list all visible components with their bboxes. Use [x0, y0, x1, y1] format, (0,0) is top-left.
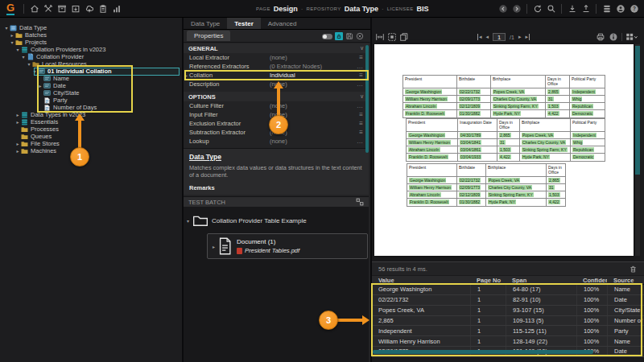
annotation-arrow-1 [78, 119, 81, 151]
info-icon[interactable] [609, 32, 618, 42]
upload-icon[interactable] [580, 3, 592, 15]
pages-icon[interactable] [399, 32, 409, 42]
fit-page-icon[interactable] [387, 32, 397, 42]
database-icon[interactable] [601, 3, 613, 15]
archive-icon[interactable] [56, 2, 68, 14]
expander-icon[interactable]: ▾ [14, 47, 21, 52]
tree-item-collation-provider[interactable]: ▾Collation Provider [0, 53, 182, 60]
expander-icon[interactable]: ▸ [213, 244, 215, 249]
clipboard-icon[interactable] [97, 2, 109, 14]
tree-item-data-type[interactable]: ▾Data Type [0, 24, 182, 31]
forward-icon[interactable] [510, 3, 522, 15]
expander-icon[interactable]: ▾ [3, 25, 10, 31]
print-icon[interactable] [596, 32, 605, 42]
test-batch-folder[interactable]: ▾ Collation Provider Table Example [187, 214, 307, 227]
ellipsis-icon[interactable]: … [357, 138, 363, 145]
toggle-icon[interactable] [322, 34, 332, 39]
ellipsis-icon[interactable]: … [357, 81, 363, 88]
close-icon[interactable] [356, 32, 364, 40]
tab-advanced[interactable]: Advanced [261, 18, 304, 29]
property-row-local-extractor[interactable]: Local Extractor(none)≡ [184, 53, 369, 62]
layout-grid-dropdown-icon[interactable] [625, 32, 638, 42]
ellipsis-icon[interactable]: … [357, 103, 363, 109]
next-page-button[interactable]: ▸ [518, 34, 522, 40]
download-icon[interactable] [566, 3, 578, 15]
prev-page-button[interactable]: ◂ [486, 34, 489, 40]
save-icon[interactable] [345, 32, 353, 40]
document-filename: President Tables.pdf [245, 247, 299, 254]
doc-table-row: Abraham Lincoln02/12/1809Sinking Spring … [403, 103, 605, 110]
expander-icon[interactable]: ▾ [20, 54, 27, 60]
fit-width-icon[interactable] [375, 32, 385, 42]
bar-chart-icon[interactable] [110, 2, 122, 14]
expander-icon[interactable]: ▸ [14, 148, 21, 154]
back-icon[interactable] [497, 3, 509, 15]
annotation-badge-3: 3 [319, 311, 338, 330]
highlighted-value: Charles City County, VA [493, 97, 537, 101]
cloud-upload-icon[interactable] [83, 2, 95, 14]
folder-icon [15, 39, 23, 46]
highlighted-value: 04/30/1789 [460, 133, 481, 138]
trash-icon[interactable] [629, 265, 638, 274]
tools-icon[interactable] [42, 2, 54, 14]
doc-col-header: President [403, 76, 457, 88]
properties-scrollbar[interactable] [365, 45, 369, 153]
tree-item-machines[interactable]: ▸Machines [0, 147, 182, 154]
property-row-culture-filter[interactable]: Culture Filter(none)… [184, 101, 369, 110]
expander-icon[interactable]: ▸ [9, 32, 15, 38]
expander-icon[interactable]: ▸ [14, 119, 21, 125]
divider [596, 4, 597, 14]
license-value: BIS [417, 5, 429, 13]
tree-item-projects[interactable]: ▾Projects [0, 39, 182, 46]
menu-icon[interactable]: ≡ [359, 55, 363, 61]
highlighted-value: Democratic [572, 111, 593, 116]
highlighted-value: 01/30/1882 [459, 200, 481, 204]
first-page-button[interactable]: ◂ [477, 34, 482, 40]
section-header-options[interactable]: OPTIONS∨ [184, 92, 369, 101]
expander-icon[interactable]: ▾ [26, 61, 32, 67]
search-icon[interactable] [545, 3, 557, 15]
tree-item-queues[interactable]: Queues [0, 133, 182, 140]
ellipsis-icon[interactable]: … [357, 64, 363, 70]
help-icon[interactable]: ? [628, 3, 640, 15]
section-header-general[interactable]: GENERAL∨ [184, 43, 369, 53]
tab-data-type[interactable]: Data Type [184, 18, 227, 29]
license-label: LICENSEE [387, 6, 414, 11]
stack-icon [21, 119, 28, 125]
page-number-input[interactable] [493, 33, 506, 41]
test-batch-tree: ▾ Collation Provider Table Example ▸ Doc… [184, 207, 369, 362]
folder-label: Collation Provider Table Example [212, 217, 307, 224]
menu-icon[interactable]: ≡ [359, 121, 363, 127]
expander-icon[interactable]: ▾ [9, 39, 15, 45]
doc-col-header: Birthplace [520, 119, 571, 132]
annotation-box-results [371, 283, 642, 356]
menu-icon[interactable]: ≡ [359, 130, 363, 136]
highlighted-value: Hyde Park, NY [488, 200, 516, 204]
highlighted-value: 4,422 [548, 200, 560, 204]
tree-item-file-stores[interactable]: ▸File Stores [0, 140, 182, 147]
expander-icon[interactable]: ▸ [14, 141, 21, 146]
tree-item-essentials[interactable]: ▸Essentials [0, 118, 182, 125]
tree-item-processes[interactable]: Processes [0, 125, 182, 133]
repository-value[interactable]: Data Type [345, 5, 378, 13]
expander-icon[interactable]: ▸ [14, 112, 21, 117]
property-row-lookup[interactable]: Lookup(none)… [184, 137, 369, 146]
highlighted-value: Sinking Spring Farm, KY [493, 104, 539, 109]
menu-icon[interactable]: ≡ [359, 112, 363, 118]
refresh-icon[interactable] [531, 3, 543, 15]
lock-icon[interactable] [335, 32, 343, 40]
viewer-scrollbar-thumb[interactable] [635, 46, 640, 175]
grooper-logo: G [6, 2, 14, 15]
export-icon[interactable] [69, 2, 81, 14]
last-page-button[interactable]: ▸ [525, 34, 530, 40]
tab-tester[interactable]: Tester [227, 18, 260, 29]
doc-table-row: William Henry Harrison02/09/1773Charles … [407, 183, 566, 191]
document-card[interactable]: ▸ Document (1) President Tables.pdf [207, 233, 368, 259]
home-icon[interactable] [28, 2, 40, 14]
expander-icon[interactable]: ▾ [187, 218, 189, 224]
tree-item-batches[interactable]: ▸Batches [0, 31, 182, 39]
page-value[interactable]: Design [274, 5, 298, 13]
tree-item-collation-providers-in-v2023[interactable]: ▾Collation Providers in v2023 [0, 46, 182, 53]
batch-tree-icon[interactable] [356, 198, 364, 206]
user-icon[interactable] [614, 3, 626, 15]
